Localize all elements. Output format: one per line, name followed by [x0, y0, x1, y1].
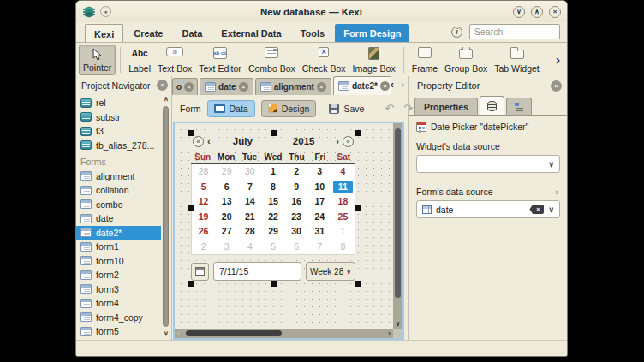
navigator-item-combo[interactable]: combo	[76, 198, 161, 212]
navigator-item-form4[interactable]: form4	[76, 296, 161, 311]
calendar-day-cell[interactable]: 17	[308, 194, 331, 210]
navigator-item-form2[interactable]: form2	[76, 268, 161, 282]
calendar-day-cell[interactable]: 28	[192, 164, 215, 180]
calendar-day-cell[interactable]: 4	[238, 240, 261, 255]
tab-close-icon[interactable]: ×	[380, 81, 390, 91]
resize-handle-bottom-left[interactable]	[188, 281, 194, 287]
toolbar-more-button[interactable]: ›	[552, 52, 564, 67]
navigator-item-substr[interactable]: substr	[76, 110, 161, 125]
navigator-item-t3[interactable]: t3	[76, 124, 161, 139]
navigator-item-form3[interactable]: form3	[76, 282, 161, 297]
week-dropdown[interactable]: Week 28 ∨	[306, 262, 355, 281]
calendar-day-cell[interactable]: 18	[331, 194, 355, 210]
resize-handle-middle-left[interactable]	[188, 205, 194, 211]
navigator-item-date[interactable]: date	[76, 211, 161, 226]
navigator-item-form5[interactable]: form5	[76, 324, 161, 339]
menu-tab-external-data[interactable]: External Data	[212, 24, 289, 42]
calendar-day-cell[interactable]: 26	[192, 224, 215, 240]
expand-icon[interactable]: ›	[555, 187, 560, 197]
navigator-scrollbar-track[interactable]	[163, 104, 170, 329]
calendar-day-cell[interactable]: 5	[261, 240, 284, 255]
text-editor-button[interactable]: ab cdText Editor	[195, 45, 245, 75]
navigator-scrollbar-thumb[interactable]	[163, 106, 169, 327]
calendar-day-cell[interactable]: 1	[261, 164, 284, 180]
calendar-day-cell[interactable]: 10	[308, 180, 331, 195]
design-view-button[interactable]: Design	[261, 100, 317, 117]
check-box-button[interactable]: ×Check Box	[299, 45, 349, 75]
calendar-day-cell[interactable]: 3	[215, 240, 238, 255]
scroll-left-icon[interactable]: ‹	[177, 329, 180, 338]
menu-tab-tools[interactable]: Tools	[292, 24, 334, 42]
tab-scroll-right-icon[interactable]: ›	[401, 79, 404, 91]
combo-box-button[interactable]: Combo Box	[245, 45, 299, 75]
calendar-day-cell[interactable]: 29	[261, 224, 284, 240]
calendar-day-cell[interactable]: 20	[215, 210, 238, 225]
calendar-day-cell[interactable]: 29	[215, 164, 238, 180]
form-design-canvas[interactable]: « ‹ July 2015 › » SunMonTueWedThuFriSat …	[175, 123, 393, 329]
info-icon[interactable]: i	[451, 27, 462, 38]
tab-close-icon[interactable]: ×	[239, 82, 248, 92]
calendar-day-cell[interactable]: 21	[238, 210, 261, 225]
resize-handle-middle-right[interactable]	[355, 205, 361, 211]
document-tab-date2[interactable]: date2*×	[333, 76, 391, 95]
vertical-scrollbar[interactable]: ∨	[393, 123, 402, 329]
menu-tab-kexi[interactable]: Kexi	[85, 24, 123, 42]
navigator-item-partial[interactable]	[76, 339, 161, 341]
image-box-button[interactable]: Image Box	[349, 45, 399, 75]
calendar-day-cell[interactable]: 9	[285, 180, 308, 195]
resize-handle-top-right[interactable]	[355, 130, 361, 136]
shade-button[interactable]: ∨	[513, 6, 525, 18]
scroll-down-icon[interactable]: ∨	[393, 320, 402, 328]
frame-button[interactable]: Frame	[408, 45, 441, 75]
form-data-source-combo[interactable]: date × ∨	[416, 200, 560, 218]
horizontal-scrollbar[interactable]: ‹ ›	[175, 329, 393, 338]
calendar-year-label[interactable]: 2015	[275, 136, 332, 146]
navigator-item-form4-copy[interactable]: form4_copy	[76, 311, 161, 325]
tab-properties[interactable]: Properties	[414, 98, 478, 115]
date-picker-widget[interactable]: « ‹ July 2015 › » SunMonTueWedThuFriSat …	[191, 134, 355, 281]
next-year-icon[interactable]: »	[343, 136, 354, 147]
calendar-day-cell[interactable]: 24	[308, 210, 331, 225]
tab-data-source[interactable]	[480, 96, 504, 115]
undo-button[interactable]: ↶	[383, 102, 396, 115]
widget-data-source-combo[interactable]: ∨	[416, 155, 560, 173]
calendar-day-cell[interactable]: 15	[261, 194, 284, 210]
navigator-item-alignment[interactable]: alignment	[76, 169, 161, 184]
property-editor-close-button[interactable]: ×	[551, 80, 562, 92]
calendar-day-cell[interactable]: 19	[192, 210, 215, 225]
navigator-item-date2[interactable]: date2*	[76, 226, 161, 240]
calendar-day-cell[interactable]: 4	[331, 164, 355, 180]
tab-close-icon[interactable]: ×	[317, 82, 326, 92]
pointer-button[interactable]: Pointer	[79, 45, 116, 75]
label-button[interactable]: AbcLabel	[125, 45, 154, 75]
text-box-button[interactable]: alText Box	[154, 45, 195, 75]
calendar-day-cell[interactable]: 14	[238, 194, 261, 210]
navigator-item-form10[interactable]: form10	[76, 254, 161, 269]
data-view-button[interactable]: Data	[207, 100, 255, 117]
calendar-day-cell[interactable]: 22	[261, 210, 284, 225]
calendar-day-cell[interactable]: 8	[331, 240, 355, 255]
tab-widget-tree[interactable]	[506, 98, 532, 115]
calendar-day-cell[interactable]: 27	[215, 224, 238, 240]
app-menu-button[interactable]: ●	[100, 6, 111, 17]
resize-handle-bottom-center[interactable]	[271, 281, 277, 287]
tab-widget-button[interactable]: Tab Widget	[491, 45, 543, 75]
navigator-scrollbar[interactable]: ∧ ∨	[162, 95, 170, 338]
calendar-day-cell[interactable]: 3	[308, 164, 331, 180]
calendar-day-cell[interactable]: 13	[215, 194, 238, 210]
vertical-scrollbar-thumb[interactable]	[395, 128, 401, 298]
calendar-day-cell[interactable]: 25	[331, 210, 355, 225]
calendar-day-cell[interactable]: 6	[285, 240, 308, 255]
scroll-down-icon[interactable]: ∨	[164, 329, 169, 338]
calendar-day-cell[interactable]: 12	[192, 194, 215, 210]
maximize-button[interactable]: ∧	[531, 6, 543, 18]
calendar-day-cell[interactable]: 30	[238, 164, 261, 180]
calendar-day-cell[interactable]: 11	[333, 181, 353, 194]
calendar-day-cell[interactable]: 2	[192, 240, 215, 255]
save-button[interactable]: Save	[322, 100, 371, 117]
calendar-day-cell[interactable]: 5	[192, 180, 215, 195]
document-tab-date[interactable]: date×	[200, 78, 253, 95]
tab-close-icon[interactable]: ×	[184, 82, 194, 92]
previous-year-icon[interactable]: «	[193, 136, 204, 147]
calendar-day-cell[interactable]: 7	[308, 240, 331, 255]
